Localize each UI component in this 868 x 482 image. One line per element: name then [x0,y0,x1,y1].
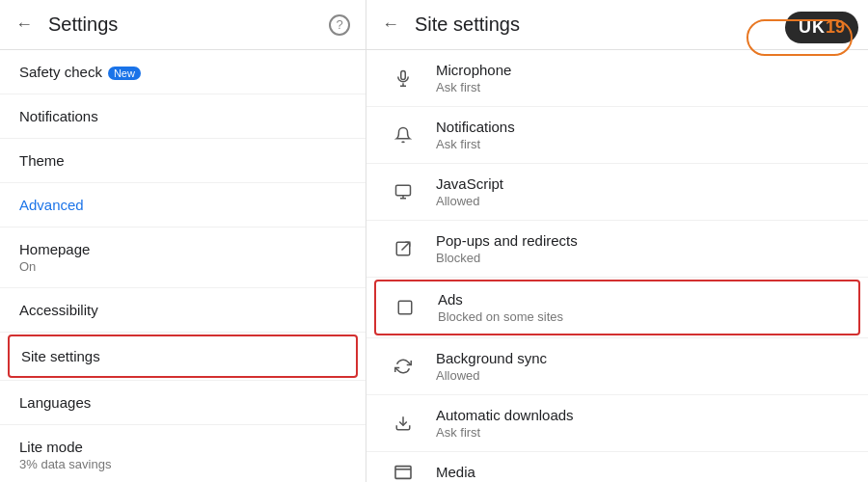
left-link-safety-check[interactable]: Safety checkNew [0,50,366,94]
svg-rect-10 [395,466,411,478]
left-item-languages[interactable]: Languages [0,381,366,425]
right-link-microphone[interactable]: Microphone Ask first [366,50,868,106]
left-item-accessibility[interactable]: Accessibility [0,288,366,333]
right-link-javascript[interactable]: JavaScript Allowed [366,164,868,220]
svg-rect-8 [398,301,412,314]
left-item-label-site-settings: Site settings [21,348,344,364]
right-icon-popups [386,240,420,257]
right-item-text-microphone: Microphone Ask first [436,62,511,94]
right-item-text-popups: Pop-ups and redirects Blocked [436,232,578,265]
left-item-label-notifications: Notifications [19,108,346,124]
right-link-ads[interactable]: Ads Blocked on some sites [374,280,860,335]
right-item-media[interactable]: Media [366,452,868,482]
right-item-sub-popups: Blocked [436,251,578,265]
right-icon-javascript [386,183,420,201]
left-link-lite-mode[interactable]: Lite mode 3% data savings [0,425,366,482]
svg-rect-0 [401,71,406,80]
right-item-sub-ads: Blocked on some sites [438,309,563,324]
left-help-icon[interactable]: ? [329,14,350,36]
right-back-button[interactable]: ← [382,14,399,35]
right-nav-list: Microphone Ask first Notifications Ask f… [366,50,868,482]
right-item-text-ads: Ads Blocked on some sites [438,291,563,324]
right-item-sub-microphone: Ask first [436,80,511,94]
right-link-media[interactable]: Media [366,452,868,482]
right-item-label-ads: Ads [438,291,563,308]
right-item-sub-notifications: Ask first [436,137,515,151]
right-item-sub-automatic-downloads: Ask first [436,425,574,440]
left-item-advanced[interactable]: Advanced [0,183,366,228]
left-link-site-settings[interactable]: Site settings [8,335,358,378]
right-icon-automatic-downloads [386,415,420,432]
right-item-automatic-downloads[interactable]: Automatic downloads Ask first [366,395,868,452]
right-item-label-javascript: JavaScript [436,175,503,192]
left-item-label-theme: Theme [19,152,346,169]
right-item-text-media: Media [436,464,475,480]
left-item-label-homepage: Homepage [19,241,346,257]
right-item-sub-javascript: Allowed [436,194,503,208]
right-item-label-popups: Pop-ups and redirects [436,232,578,249]
right-item-background-sync[interactable]: Background sync Allowed [366,338,868,395]
badge-new: New [108,67,141,80]
left-link-homepage[interactable]: Homepage On [0,228,366,287]
left-back-button[interactable]: ← [15,14,33,35]
right-item-javascript[interactable]: JavaScript Allowed [366,164,868,221]
left-item-homepage[interactable]: Homepage On [0,228,366,288]
left-item-safety-check[interactable]: Safety checkNew [0,50,366,94]
right-icon-microphone [386,67,420,89]
left-panel-title: Settings [48,13,329,36]
left-link-languages[interactable]: Languages [0,381,366,424]
right-item-microphone[interactable]: Microphone Ask first [366,50,868,107]
right-item-notifications[interactable]: Notifications Ask first [366,107,868,164]
item-sub: 3% data savings [19,457,346,471]
right-link-background-sync[interactable]: Background sync Allowed [366,338,868,394]
left-item-theme[interactable]: Theme [0,139,366,183]
right-icon-background-sync [386,358,420,375]
svg-rect-3 [396,185,411,196]
svg-line-7 [402,242,410,250]
right-item-label-microphone: Microphone [436,62,511,78]
right-item-ads[interactable]: Ads Blocked on some sites [366,280,868,338]
right-item-label-background-sync: Background sync [436,350,547,366]
right-link-automatic-downloads[interactable]: Automatic downloads Ask first [366,395,868,451]
watermark: UK 19 [785,12,858,43]
left-link-advanced[interactable]: Advanced [0,183,366,227]
left-item-label-languages: Languages [19,394,346,411]
left-item-label-accessibility: Accessibility [19,302,346,318]
left-item-label-safety-check: Safety checkNew [19,64,346,80]
watermark-border [746,19,853,56]
left-item-label-advanced: Advanced [19,197,346,213]
right-icon-notifications [386,125,420,145]
right-item-label-notifications: Notifications [436,119,515,135]
left-link-notifications[interactable]: Notifications [0,94,366,138]
right-item-text-background-sync: Background sync Allowed [436,350,547,383]
item-sub: On [19,259,346,274]
right-item-text-javascript: JavaScript Allowed [436,175,503,208]
right-icon-media [386,465,420,480]
right-item-popups[interactable]: Pop-ups and redirects Blocked [366,221,868,278]
right-item-label-automatic-downloads: Automatic downloads [436,407,574,423]
right-link-popups[interactable]: Pop-ups and redirects Blocked [366,221,868,277]
left-item-notifications[interactable]: Notifications [0,94,366,139]
right-item-text-automatic-downloads: Automatic downloads Ask first [436,407,574,440]
left-panel: ← Settings ? Safety checkNew Notificatio… [0,0,366,482]
left-header: ← Settings ? [0,0,366,50]
right-link-notifications[interactable]: Notifications Ask first [366,107,868,163]
left-link-accessibility[interactable]: Accessibility [0,288,366,332]
right-item-label-media: Media [436,464,475,480]
left-nav-list: Safety checkNew Notifications Theme Adva… [0,50,366,482]
left-item-lite-mode[interactable]: Lite mode 3% data savings [0,425,366,482]
right-item-sub-background-sync: Allowed [436,368,547,383]
left-item-site-settings[interactable]: Site settings [0,335,366,381]
right-item-text-notifications: Notifications Ask first [436,119,515,151]
left-item-label-lite-mode: Lite mode [19,439,346,455]
right-panel: ← Site settings ? Microphone Ask first N… [366,0,868,482]
right-icon-ads [388,299,422,316]
left-link-theme[interactable]: Theme [0,139,366,182]
